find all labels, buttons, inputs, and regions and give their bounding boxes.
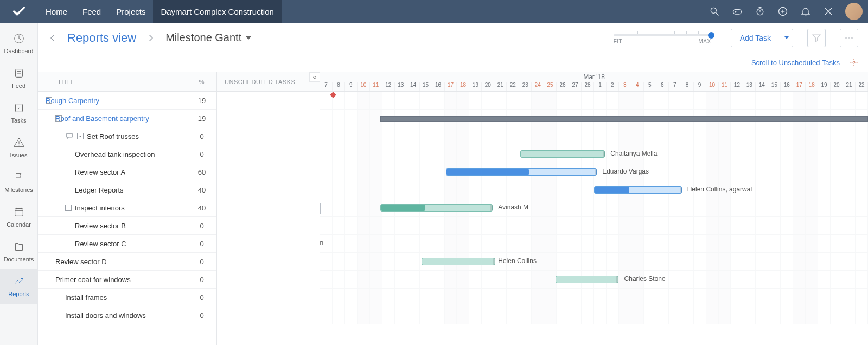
settings-icon[interactable] [850, 58, 858, 67]
bar-resize-handle[interactable] [493, 258, 495, 265]
nav-feed[interactable]: Feed [75, 0, 108, 23]
task-row[interactable]: -Inspect interiors40 [38, 199, 216, 217]
bell-icon[interactable] [794, 0, 817, 23]
user-avatar[interactable] [845, 3, 863, 20]
gantt-day: 18 [457, 82, 469, 92]
search-icon[interactable] [703, 0, 726, 23]
gamepad-icon[interactable] [726, 0, 749, 23]
gantt-summary-bar[interactable] [380, 116, 868, 122]
task-label[interactable]: Review sector C [75, 240, 126, 248]
scroll-to-unscheduled-link[interactable]: Scroll to Unscheduled Tasks [751, 59, 840, 67]
gantt-bar[interactable] [446, 168, 597, 176]
task-label[interactable]: Review sector D [55, 258, 107, 266]
task-row[interactable]: Install frames0 [38, 289, 216, 306]
expander-icon[interactable]: - [65, 205, 72, 211]
tools-icon[interactable] [817, 0, 840, 23]
nav-projects[interactable]: Projects [108, 0, 153, 23]
task-row[interactable]: Review sector B0 [38, 217, 216, 235]
bar-resize-handle[interactable] [603, 151, 605, 157]
add-task-dropdown[interactable] [780, 29, 793, 47]
gantt-day: 8 [333, 82, 345, 92]
collapse-unscheduled-icon[interactable]: « [309, 72, 320, 82]
task-label[interactable]: Set Roof trusses [87, 132, 139, 140]
milestone-diamond[interactable] [330, 92, 336, 98]
nav-current-project[interactable]: Daymart Complex Construction [153, 0, 281, 23]
task-row[interactable]: -Set Roof trusses0 [38, 127, 216, 145]
chevron-down-icon [246, 36, 251, 40]
gantt-bar[interactable] [380, 204, 493, 212]
filter-button[interactable] [807, 29, 826, 47]
expander-icon[interactable]: - [77, 133, 84, 139]
task-percent: 40 [187, 186, 216, 194]
task-label[interactable]: Review sector B [75, 222, 126, 230]
sidenav-feed[interactable]: Feed [0, 61, 37, 95]
app-logo[interactable] [0, 0, 38, 23]
task-label[interactable]: Overhead tank inspection [75, 150, 155, 158]
gantt-bar[interactable] [520, 150, 605, 158]
zoom-thumb[interactable] [708, 32, 714, 39]
col-header-title[interactable]: TITLE [38, 79, 187, 85]
col-header-percent[interactable]: % [187, 79, 216, 85]
timer-icon[interactable] [749, 0, 771, 23]
sidenav-dashboard[interactable]: Dashboard [0, 26, 37, 61]
task-label[interactable]: Primer coat for windows [55, 276, 131, 284]
back-arrow-icon[interactable] [48, 33, 58, 43]
bar-resize-handle[interactable] [680, 187, 682, 193]
gantt-day: 5 [644, 82, 656, 92]
gantt-day: 11 [370, 82, 382, 92]
gantt-header: Mar '18 78910111213141516171819202122232… [320, 72, 868, 92]
gantt-day: 21 [843, 82, 856, 92]
gantt-row: Helen [320, 235, 868, 253]
more-button[interactable] [840, 29, 858, 47]
gantt-day: 10 [358, 82, 370, 92]
task-label[interactable]: Install frames [65, 293, 107, 302]
gantt-day: 17 [793, 82, 806, 92]
svg-point-28 [853, 61, 855, 63]
svg-rect-2 [733, 10, 742, 14]
task-row[interactable]: Ledger Reports40 [38, 181, 216, 199]
sidenav-reports[interactable]: Reports [0, 269, 37, 304]
add-icon[interactable] [771, 0, 794, 23]
task-label[interactable]: Ledger Reports [75, 186, 124, 194]
reports-view-link[interactable]: Reports view [67, 31, 136, 45]
sidenav-tasks[interactable]: Tasks [0, 95, 37, 130]
gantt-row: John Marsh [320, 289, 868, 306]
task-row[interactable]: Overhead tank inspection0 [38, 145, 216, 163]
gantt-bar[interactable] [594, 186, 682, 194]
gantt-bar-label: Avinash M [498, 203, 528, 211]
bar-resize-handle[interactable] [595, 169, 597, 175]
sidenav-calendar[interactable]: Calendar [0, 200, 37, 234]
bar-resize-handle[interactable] [490, 205, 493, 211]
task-row[interactable]: Review sector C0 [38, 235, 216, 253]
gantt-day: 20 [482, 82, 494, 92]
task-label[interactable]: Install doors and windows [65, 311, 146, 320]
add-task-button[interactable]: Add Task [731, 34, 780, 42]
task-row[interactable]: -Roof and Basement carpentry19 [38, 110, 216, 127]
gantt-row: Charles Stone [320, 271, 868, 289]
zoom-slider[interactable]: FITMAX [614, 31, 711, 44]
comment-icon[interactable] [65, 132, 74, 140]
task-row[interactable]: Primer coat for windows0 [38, 271, 216, 289]
view-selector[interactable]: Milestone Gantt [165, 31, 251, 44]
gantt-day: 14 [407, 82, 420, 92]
task-label[interactable]: Rough Carpentry [46, 97, 99, 105]
sidenav-milestones[interactable]: Milestones [0, 165, 37, 200]
gantt-bar[interactable] [556, 276, 618, 283]
gantt-day: 18 [806, 82, 818, 92]
task-row[interactable]: Review sector D0 [38, 253, 216, 271]
gantt-day: 15 [768, 82, 781, 92]
task-row[interactable]: Install doors and windows0 [38, 306, 216, 324]
task-label[interactable]: Review sector A [75, 168, 125, 176]
task-row[interactable]: Review sector A60 [38, 163, 216, 181]
sidenav-issues[interactable]: Issues [0, 130, 37, 165]
gantt-day: 25 [544, 82, 557, 92]
nav-home[interactable]: Home [38, 0, 75, 23]
task-label[interactable]: Roof and Basement carpentry [55, 114, 149, 123]
sidenav-documents[interactable]: Documents [0, 234, 37, 269]
task-row[interactable]: -Rough Carpentry19 [38, 92, 216, 110]
gantt-body[interactable]: Charles Stone, John MarshChaitanya Mella… [320, 92, 868, 324]
task-label[interactable]: Inspect interiors [75, 204, 125, 212]
bar-resize-handle[interactable] [616, 276, 618, 283]
gantt-bar[interactable] [422, 258, 495, 265]
gantt-day: 27 [569, 82, 582, 92]
